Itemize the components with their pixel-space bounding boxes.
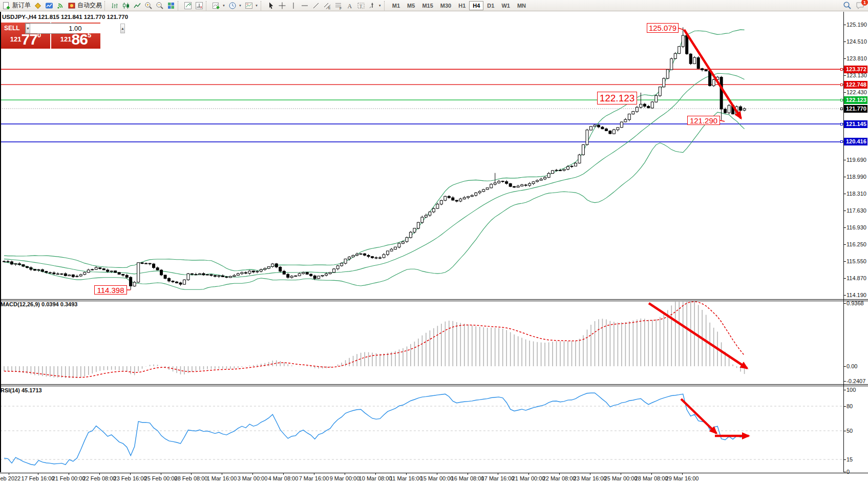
price-tick-label: 123.810 bbox=[846, 55, 867, 61]
period-button[interactable]: ▼ bbox=[227, 1, 243, 11]
toolbar-separator bbox=[206, 1, 209, 10]
price-badge: 123.372 bbox=[844, 66, 867, 73]
new-order-label: 新订单 bbox=[12, 1, 31, 10]
auto-scroll-icon bbox=[195, 2, 203, 10]
time-tick-mark bbox=[559, 473, 560, 475]
candle-chart-mode-button[interactable] bbox=[120, 1, 132, 11]
dropdown-arrow-icon: ▼ bbox=[222, 4, 225, 7]
time-axis-label: 15 Mar 00:00 bbox=[420, 475, 454, 481]
time-axis-label: 9 Mar 00:00 bbox=[330, 475, 360, 481]
text-label-tool-button[interactable]: T bbox=[355, 1, 367, 11]
price-badge: 120.416 bbox=[844, 138, 867, 145]
zoom-in-button[interactable] bbox=[143, 1, 154, 11]
volume-increase-button[interactable]: ▲ bbox=[120, 24, 125, 33]
toolbar-separator bbox=[384, 1, 387, 10]
annotation-label: 122.123 bbox=[597, 92, 637, 104]
indicator-tick-label: 100 bbox=[846, 387, 856, 393]
annotation-label: 121.290 bbox=[687, 116, 720, 125]
timeframe-h1[interactable]: H1 bbox=[455, 1, 469, 10]
volume-stepper: ▼ ▲ bbox=[25, 23, 76, 34]
signal-icon bbox=[56, 2, 65, 10]
main-chart-surface[interactable] bbox=[0, 12, 843, 299]
price-tick-label: 116.930 bbox=[846, 224, 866, 230]
candles bbox=[3, 27, 746, 289]
auto-trading-button[interactable]: 自动交易 bbox=[66, 1, 103, 11]
fibonacci-tool-button[interactable]: F bbox=[333, 1, 344, 11]
horizontal-line-tool-button[interactable] bbox=[299, 1, 310, 11]
time-axis-label: 23 Feb 16:00 bbox=[114, 475, 147, 481]
template-button[interactable]: ▼ bbox=[243, 1, 260, 11]
time-tick-mark bbox=[528, 473, 529, 475]
timeframe-d1[interactable]: D1 bbox=[483, 1, 498, 10]
channel-tool-button[interactable]: E bbox=[322, 1, 333, 11]
arrows-tool-button[interactable]: ▼ bbox=[367, 1, 383, 11]
pane-separator[interactable] bbox=[0, 299, 868, 301]
macd-pane-surface[interactable] bbox=[0, 301, 843, 384]
new-order-icon bbox=[3, 2, 11, 10]
time-axis-label: 1 Mar 16:00 bbox=[207, 475, 237, 481]
tile-windows-icon bbox=[167, 2, 175, 10]
price-tick-label: 114.190 bbox=[846, 292, 866, 298]
vertical-line-tool-button[interactable] bbox=[288, 1, 299, 11]
rsi-pane-surface[interactable] bbox=[0, 386, 843, 473]
timeframe-w1[interactable]: W1 bbox=[498, 1, 514, 10]
market-watch-button[interactable] bbox=[32, 1, 44, 11]
indicator-tick-mark bbox=[843, 381, 846, 382]
indicator-tick-label: 15 bbox=[846, 456, 853, 463]
time-tick-mark bbox=[69, 473, 69, 475]
line-chart-mode-button[interactable] bbox=[132, 1, 143, 11]
volume-decrease-button[interactable]: ▼ bbox=[26, 24, 30, 33]
price-tick-mark bbox=[843, 194, 846, 194]
timeframe-m15[interactable]: M15 bbox=[418, 1, 436, 10]
auto-trading-label: 自动交易 bbox=[77, 1, 102, 10]
bar-chart-mode-button[interactable] bbox=[109, 1, 120, 11]
time-axis-label: 25 Feb 00:00 bbox=[144, 475, 178, 481]
badge-anchor-square bbox=[840, 140, 843, 143]
timeframe-h4[interactable]: H4 bbox=[469, 1, 483, 10]
add-indicator-icon bbox=[212, 2, 220, 10]
new-order-button[interactable]: 新订单 bbox=[1, 1, 32, 11]
indicator-tick-mark bbox=[843, 390, 846, 390]
time-tick-mark bbox=[375, 473, 376, 475]
search-icon[interactable] bbox=[843, 1, 852, 12]
price-tick-mark bbox=[843, 92, 846, 93]
time-tick-mark bbox=[406, 473, 407, 475]
price-tick-label: 118.310 bbox=[846, 191, 866, 197]
indicator-tick-label: 80 bbox=[846, 403, 853, 409]
cursor-tool-button[interactable] bbox=[265, 1, 277, 11]
time-axis-label: Feb 2022 bbox=[0, 475, 20, 481]
bollinger-lower bbox=[4, 112, 745, 289]
horizontal-line-icon bbox=[301, 2, 309, 10]
macd-histogram bbox=[4, 302, 745, 378]
crosshair-tool-button[interactable] bbox=[277, 1, 288, 11]
time-axis-label: 23 Mar 16:00 bbox=[574, 475, 607, 481]
auto-trading-icon bbox=[68, 2, 76, 10]
text-tool-button[interactable]: A bbox=[344, 1, 355, 11]
time-tick-mark bbox=[345, 473, 345, 475]
price-tick-label: 122.430 bbox=[846, 89, 867, 95]
terminal-button[interactable] bbox=[44, 1, 55, 11]
auto-scroll-button[interactable] bbox=[194, 1, 205, 11]
rsi-down-arrow bbox=[681, 399, 716, 433]
chart-shift-button[interactable] bbox=[182, 1, 194, 11]
time-axis-label: 10 Mar 08:00 bbox=[359, 475, 392, 481]
tile-windows-button[interactable] bbox=[165, 1, 177, 11]
volume-input[interactable] bbox=[30, 24, 120, 33]
timeframe-m1[interactable]: M1 bbox=[389, 1, 404, 10]
bollinger-upper bbox=[4, 30, 745, 271]
time-axis-label: 3 Mar 00:00 bbox=[238, 475, 268, 481]
pane-separator[interactable] bbox=[0, 384, 868, 386]
trendline-tool-button[interactable] bbox=[310, 1, 322, 11]
time-axis[interactable]: Feb 202217 Feb 16:0021 Feb 00:0022 Feb 0… bbox=[0, 473, 868, 483]
price-tick-mark bbox=[843, 160, 846, 160]
price-tick-mark bbox=[843, 25, 846, 25]
notifications-button[interactable]: 1 bbox=[856, 1, 865, 12]
add-indicator-button[interactable]: ▼ bbox=[210, 1, 227, 11]
timeframe-m5[interactable]: M5 bbox=[404, 1, 418, 10]
timeframe-mn[interactable]: MN bbox=[514, 1, 530, 10]
zoom-out-button[interactable] bbox=[154, 1, 165, 11]
timeframe-m30[interactable]: M30 bbox=[437, 1, 455, 10]
one-click-trading-panel: SELL 121770 BUY 121865 ▼ ▲ bbox=[1, 23, 100, 49]
time-axis-label: 29 Mar 16:00 bbox=[666, 475, 699, 481]
signal-button[interactable] bbox=[55, 1, 66, 11]
